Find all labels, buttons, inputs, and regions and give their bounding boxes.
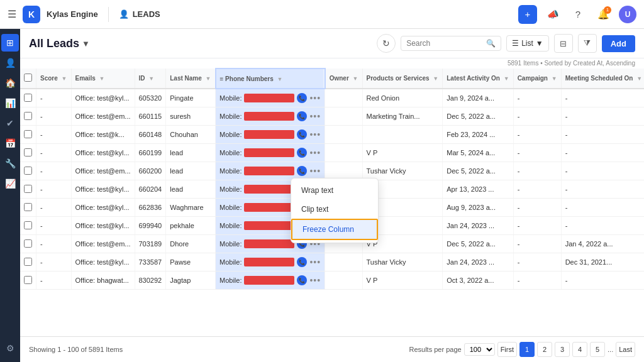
phone-label: Mobile: (219, 222, 242, 229)
row-checkbox[interactable] (24, 112, 32, 120)
phone-call-icon[interactable]: 📞 (297, 166, 307, 176)
row-checkbox[interactable] (24, 258, 32, 266)
phone-call-icon[interactable]: 📞 (297, 275, 307, 285)
phone-numbers-header[interactable]: ≡ Phone Numbers ▼ (216, 69, 325, 89)
phone-cell: Mobile: 📞 ••• (216, 126, 325, 144)
filter-button[interactable]: ⧩ (578, 34, 597, 53)
activity-header[interactable]: Latest Activity On ▼ (443, 69, 513, 89)
products-header[interactable]: Products or Services ▼ (362, 69, 443, 89)
more-options-icon[interactable]: ••• (309, 148, 321, 158)
more-options-icon[interactable]: ••• (309, 129, 321, 140)
last-page-button[interactable]: Last (616, 342, 635, 357)
row-checkbox[interactable] (24, 239, 32, 248)
campaign-header[interactable]: Campaign ▼ (513, 69, 561, 89)
title-chevron-icon[interactable]: ▼ (82, 39, 90, 48)
sidebar-icon-grid[interactable]: ⊞ (1, 34, 19, 52)
avatar[interactable]: U (619, 6, 636, 23)
emails-header[interactable]: Emails ▼ (71, 69, 135, 89)
freeze-column-item[interactable]: Freeze Column (291, 219, 378, 240)
sidebar-icon-analytics[interactable]: 📈 (1, 175, 19, 192)
more-options-icon[interactable]: ••• (309, 275, 321, 285)
email-cell: Office: test@kyl... (71, 89, 135, 107)
phone-redacted-bar (244, 167, 294, 175)
left-sidebar: ⊞ 👤 🏠 📊 ✔ 📅 🔧 📈 ⚙ (0, 29, 20, 362)
owner-header[interactable]: Owner ▼ (325, 69, 362, 89)
more-options-icon[interactable]: ••• (309, 257, 321, 267)
table-header-row: Score ▼ Emails ▼ ID ▼ Last Name ▼ ≡ Phon… (20, 69, 644, 89)
page-2-button[interactable]: 2 (537, 342, 552, 357)
last-name-cell: Dhore (166, 235, 216, 253)
select-all-checkbox[interactable] (24, 74, 32, 82)
score-header[interactable]: Score ▼ (36, 69, 72, 89)
first-page-button[interactable]: First (497, 342, 517, 357)
phone-redacted-bar (244, 94, 294, 102)
more-options-icon[interactable]: ••• (309, 111, 321, 121)
megaphone-button[interactable]: 📣 (543, 5, 562, 24)
id-cell: 660199 (135, 144, 166, 162)
meeting-header[interactable]: Meeting Scheduled On ▼ (561, 69, 644, 89)
wrap-text-item[interactable]: Wrap text (291, 181, 378, 200)
hamburger-icon[interactable]: ☰ (8, 8, 16, 20)
email-cell: Office: test@kyl... (71, 199, 135, 217)
phone-call-icon[interactable]: 📞 (297, 257, 307, 267)
score-cell: - (36, 180, 72, 199)
row-checkbox[interactable] (24, 148, 32, 156)
row-checkbox[interactable] (24, 167, 32, 175)
row-checkbox[interactable] (24, 221, 32, 229)
select-all-header[interactable] (20, 69, 36, 89)
row-checkbox-cell (20, 162, 36, 180)
list-view-button[interactable]: ☰ List ▼ (506, 35, 549, 52)
page-1-button[interactable]: 1 (519, 342, 535, 357)
row-checkbox-cell (20, 126, 36, 144)
phone-call-icon[interactable]: 📞 (297, 148, 307, 158)
sort-info: 5891 Items • Sorted by Created At, Ascen… (20, 58, 644, 68)
meeting-cell: - (561, 162, 644, 180)
sidebar-icon-person[interactable]: 👤 (1, 54, 19, 72)
page-4-button[interactable]: 4 (572, 342, 587, 357)
phone-call-icon[interactable]: 📞 (297, 93, 307, 103)
add-nav-button[interactable]: + (518, 5, 537, 24)
page-5-button[interactable]: 5 (590, 342, 605, 357)
products-cell: V P (362, 272, 443, 290)
owner-cell (325, 144, 362, 162)
refresh-button[interactable]: ↻ (377, 34, 396, 53)
last-name-cell: Pawse (166, 253, 216, 272)
sidebar-icon-calendar[interactable]: 📅 (1, 134, 19, 152)
row-checkbox[interactable] (24, 94, 32, 102)
notification-button[interactable]: 🔔 1 (594, 5, 613, 24)
page-3-button[interactable]: 3 (555, 342, 570, 357)
more-options-icon[interactable]: ••• (309, 166, 321, 176)
table-row: - Office: test@kyl... 605320 Pingate Mob… (20, 89, 644, 107)
sidebar-icon-tools[interactable]: 🔧 (1, 155, 19, 172)
phone-redacted-bar (244, 112, 294, 121)
columns-button[interactable]: ⊟ (554, 34, 573, 53)
sidebar-icon-settings[interactable]: ⚙ (1, 339, 19, 357)
sidebar-icon-home[interactable]: 🏠 (1, 74, 19, 92)
clip-text-item[interactable]: Clip text (291, 200, 378, 219)
phone-call-icon[interactable]: 📞 (297, 129, 307, 140)
row-checkbox[interactable] (24, 276, 32, 284)
add-button[interactable]: Add (602, 35, 635, 52)
sidebar-icon-check[interactable]: ✔ (1, 114, 19, 132)
row-checkbox[interactable] (24, 130, 32, 138)
row-checkbox[interactable] (24, 203, 32, 211)
phone-call-icon[interactable]: 📞 (297, 111, 307, 121)
activity-cell: Jan 24, 2023 ... (443, 217, 513, 235)
row-checkbox[interactable] (24, 185, 32, 193)
table-footer: Showing 1 - 100 of 5891 Items Results pe… (20, 336, 644, 362)
last-name-header[interactable]: Last Name ▼ (166, 69, 216, 89)
email-cell: Office: test@em... (71, 107, 135, 126)
products-cell: Tushar Vicky (362, 253, 443, 272)
campaign-cell: - (513, 272, 561, 290)
phone-label: Mobile: (219, 258, 242, 266)
person-icon: 👤 (119, 9, 129, 19)
more-options-icon[interactable]: ••• (309, 93, 321, 103)
id-cell: 660115 (135, 107, 166, 126)
email-cell: Office: test@kyl... (71, 180, 135, 199)
id-header[interactable]: ID ▼ (135, 69, 166, 89)
per-page-select[interactable]: 100 50 25 (464, 343, 495, 356)
phone-label: Mobile: (219, 240, 242, 248)
search-input[interactable] (406, 39, 482, 48)
sidebar-icon-chart[interactable]: 📊 (1, 94, 19, 112)
help-button[interactable]: ? (569, 5, 587, 24)
